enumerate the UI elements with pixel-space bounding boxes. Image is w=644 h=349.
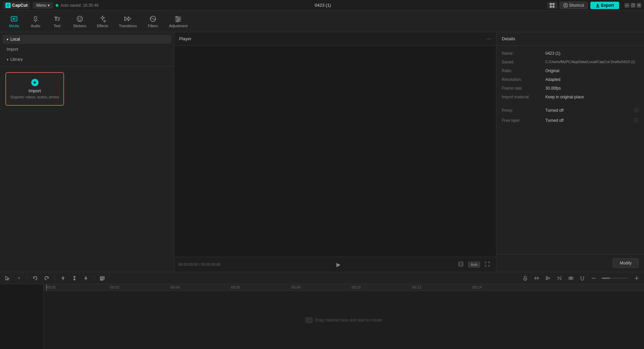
nav-library[interactable]: ▾ Library <box>3 55 171 64</box>
details-header: Details <box>496 32 644 46</box>
toolbar-adjustment[interactable]: Adjustment <box>164 13 192 30</box>
minimize-button[interactable]: — <box>625 3 629 8</box>
svg-point-17 <box>78 17 79 18</box>
menu-button[interactable]: Menu ▾ <box>33 2 53 9</box>
split-right-button[interactable] <box>81 273 91 283</box>
project-title: 0423 (1) <box>101 3 545 8</box>
ratio-badge[interactable]: Auto <box>468 262 480 267</box>
restore-button[interactable]: ❐ <box>631 3 635 8</box>
ruler-mark-1: I00:02 <box>110 286 119 289</box>
shortcut-button[interactable]: Shortcut <box>560 2 588 9</box>
toolbar-media[interactable]: Media <box>4 13 24 30</box>
split-left-button[interactable] <box>58 273 68 283</box>
proxy-info-icon[interactable]: ⓘ <box>634 107 639 113</box>
import-box[interactable]: + Import Supports: videos, audios, photo… <box>5 72 64 106</box>
fit-button[interactable] <box>456 261 466 268</box>
adjustment-icon <box>174 15 182 22</box>
logo-icon: C <box>5 3 11 8</box>
media-label: Media <box>9 24 19 28</box>
detail-resolution: Resolution: Adapted <box>502 77 639 82</box>
ratio-value: Original <box>545 68 639 73</box>
timeline-toolbar: ▾ <box>0 272 644 284</box>
drag-icon <box>306 317 312 323</box>
timeline-content: I00:00 I00:02 I00:04 I00:06 I00:08 I00:1… <box>0 284 644 349</box>
play-button[interactable]: ▶ <box>334 260 343 269</box>
effects-icon <box>99 15 106 22</box>
undo-button[interactable] <box>31 273 40 283</box>
snap-button[interactable] <box>566 273 576 283</box>
fullscreen-button[interactable] <box>483 261 492 268</box>
player-menu-icon[interactable]: ⋯ <box>486 36 491 42</box>
app-logo: C CapCut <box>3 2 30 9</box>
ratio-label: Ratio: <box>502 68 545 73</box>
link-button[interactable] <box>532 273 541 283</box>
export-label: Export <box>601 3 614 8</box>
ruler-time-3: I00:06 <box>231 286 240 289</box>
select-dropdown-button[interactable]: ▾ <box>14 273 23 283</box>
detail-framerate: Frame rate: 30.00fps <box>502 86 639 91</box>
toolbar-stickers[interactable]: Stickers <box>68 13 91 30</box>
chain-button[interactable] <box>555 273 564 283</box>
close-button[interactable]: ✕ <box>637 3 641 8</box>
mic-button[interactable] <box>521 273 530 283</box>
detail-ratio: Ratio: Original <box>502 68 639 73</box>
export-button[interactable]: Export <box>590 2 619 9</box>
ruler-time-5: I00:10 <box>352 286 361 289</box>
transitions-label: Transitions <box>119 24 137 28</box>
import-material-label: Import material: <box>502 95 545 99</box>
zoom-out-button[interactable] <box>589 273 598 283</box>
proxy-label: Proxy: <box>502 108 545 113</box>
toolbar-filters[interactable]: Filters <box>143 13 163 30</box>
svg-text:T: T <box>54 16 58 22</box>
library-arrow: ▾ <box>7 58 8 61</box>
zoom-in-button[interactable] <box>632 273 641 283</box>
toolbar-text[interactable]: T Text <box>47 13 67 30</box>
svg-rect-34 <box>100 280 103 280</box>
nav-local[interactable]: ▾ Local <box>3 35 171 44</box>
audio-icon <box>32 15 39 22</box>
ruler-time-4: I00:08 <box>291 286 301 289</box>
svg-rect-2 <box>550 6 552 8</box>
free-layer-info-icon[interactable]: ⓘ <box>634 117 639 123</box>
logo-text: CapCut <box>12 3 28 8</box>
multi-track-button[interactable] <box>98 273 107 283</box>
svg-rect-35 <box>524 276 526 279</box>
main-area: ▾ Local Import ▾ Library + Import Suppor… <box>0 32 644 272</box>
details-content: Name: 0423 (1) Saved: C:/Users/MyPC/AppD… <box>496 46 644 254</box>
toolbar-transitions[interactable]: Transitions <box>114 13 142 30</box>
toolbar-effects[interactable]: Effects <box>92 13 113 30</box>
select-tool-button[interactable] <box>3 273 12 283</box>
svg-rect-3 <box>552 6 554 8</box>
autosave-text: Auto saved: 16:35:46 <box>60 3 98 8</box>
toolbar-audio[interactable]: Audio <box>25 13 46 30</box>
filters-icon <box>149 15 157 22</box>
timeline-right-tools <box>521 273 641 283</box>
svg-rect-4 <box>564 4 567 7</box>
text-label: Text <box>54 24 60 28</box>
left-panel-content: + Import Supports: videos, audios, photo… <box>0 67 174 272</box>
toolbar-separator-1 <box>27 275 27 282</box>
free-layer-label: Free layer: <box>502 118 545 123</box>
detail-name: Name: 0423 (1) <box>502 51 639 56</box>
saved-value: C:/Users/MyPC/AppData/Local/CapCut Draft… <box>545 60 639 64</box>
redo-button[interactable] <box>42 273 51 283</box>
grid-view-button[interactable] <box>547 2 557 9</box>
split-button[interactable] <box>70 273 79 283</box>
stickers-label: Stickers <box>73 24 86 28</box>
transitions-icon <box>124 15 131 22</box>
nav-import-label: Import <box>7 47 18 52</box>
nav-library-label: Library <box>10 57 23 62</box>
svg-rect-45 <box>572 277 573 279</box>
free-layer-value: Turned off <box>545 118 634 123</box>
ruler-mark-0: I00:00 <box>46 286 56 289</box>
scissors-button[interactable] <box>543 273 553 283</box>
nav-import[interactable]: Import <box>3 45 171 54</box>
track-labels <box>0 284 44 349</box>
svg-point-38 <box>546 277 547 278</box>
svg-rect-44 <box>569 277 570 279</box>
topbar-right: Shortcut Export — ❐ ✕ <box>547 2 641 9</box>
modify-button[interactable]: Modify <box>613 258 639 268</box>
svg-point-23 <box>178 18 180 20</box>
ruler-mark-5: I00:10 <box>352 286 361 289</box>
magnet-button[interactable] <box>578 273 587 283</box>
